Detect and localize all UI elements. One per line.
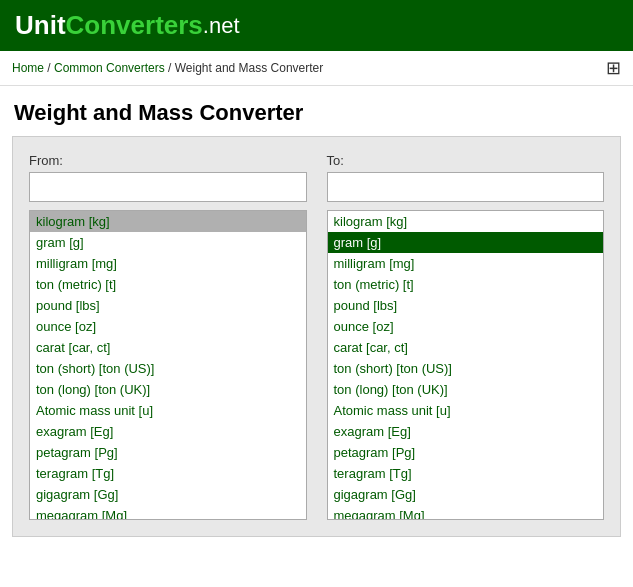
to-input[interactable] — [327, 172, 605, 202]
list-item[interactable]: megagram [Mg] — [328, 505, 604, 520]
list-item[interactable]: kilogram [kg] — [30, 211, 306, 232]
list-item[interactable]: pound [lbs] — [328, 295, 604, 316]
list-item[interactable]: ton (short) [ton (US)] — [328, 358, 604, 379]
calculator-icon: ⊞ — [606, 57, 621, 79]
list-item[interactable]: teragram [Tg] — [30, 463, 306, 484]
list-item[interactable]: petagram [Pg] — [30, 442, 306, 463]
breadcrumb-links: Home / Common Converters / Weight and Ma… — [12, 61, 323, 75]
list-item[interactable]: milligram [mg] — [328, 253, 604, 274]
list-item[interactable]: gigagram [Gg] — [328, 484, 604, 505]
from-column: From: kilogram [kg]gram [g]milligram [mg… — [29, 153, 307, 520]
logo-converters: Converters — [66, 10, 203, 41]
list-item[interactable]: exagram [Eg] — [30, 421, 306, 442]
list-item[interactable]: kilogram [kg] — [328, 211, 604, 232]
page-title-section: Weight and Mass Converter — [0, 86, 633, 136]
converter-row: From: kilogram [kg]gram [g]milligram [mg… — [29, 153, 604, 520]
to-listbox[interactable]: kilogram [kg]gram [g]milligram [mg]ton (… — [327, 210, 605, 520]
list-item[interactable]: gigagram [Gg] — [30, 484, 306, 505]
logo-net: .net — [203, 13, 240, 39]
from-input[interactable] — [29, 172, 307, 202]
converter-section: From: kilogram [kg]gram [g]milligram [mg… — [12, 136, 621, 537]
list-item[interactable]: gram [g] — [30, 232, 306, 253]
to-unit-list[interactable]: kilogram [kg]gram [g]milligram [mg]ton (… — [328, 211, 604, 520]
list-item[interactable]: ton (short) [ton (US)] — [30, 358, 306, 379]
list-item[interactable]: petagram [Pg] — [328, 442, 604, 463]
list-item[interactable]: megagram [Mg] — [30, 505, 306, 520]
list-item[interactable]: ton (long) [ton (UK)] — [30, 379, 306, 400]
list-item[interactable]: ounce [oz] — [30, 316, 306, 337]
from-unit-list[interactable]: kilogram [kg]gram [g]milligram [mg]ton (… — [30, 211, 306, 520]
site-header: UnitConverters.net — [0, 0, 633, 51]
breadcrumb-common[interactable]: Common Converters — [54, 61, 165, 75]
breadcrumb-sep1: / — [44, 61, 54, 75]
to-label: To: — [327, 153, 605, 168]
list-item[interactable]: exagram [Eg] — [328, 421, 604, 442]
list-item[interactable]: carat [car, ct] — [30, 337, 306, 358]
page-title: Weight and Mass Converter — [14, 100, 619, 126]
to-column: To: kilogram [kg]gram [g]milligram [mg]t… — [327, 153, 605, 520]
list-item[interactable]: Atomic mass unit [u] — [30, 400, 306, 421]
list-item[interactable]: ton (long) [ton (UK)] — [328, 379, 604, 400]
list-item[interactable]: ton (metric) [t] — [30, 274, 306, 295]
list-item[interactable]: Atomic mass unit [u] — [328, 400, 604, 421]
breadcrumb-sep2: / — [165, 61, 175, 75]
list-item[interactable]: pound [lbs] — [30, 295, 306, 316]
breadcrumb-home[interactable]: Home — [12, 61, 44, 75]
from-listbox[interactable]: kilogram [kg]gram [g]milligram [mg]ton (… — [29, 210, 307, 520]
breadcrumb-current: Weight and Mass Converter — [175, 61, 324, 75]
list-item[interactable]: ton (metric) [t] — [328, 274, 604, 295]
list-item[interactable]: ounce [oz] — [328, 316, 604, 337]
from-label: From: — [29, 153, 307, 168]
list-item[interactable]: teragram [Tg] — [328, 463, 604, 484]
breadcrumb: Home / Common Converters / Weight and Ma… — [0, 51, 633, 86]
list-item[interactable]: carat [car, ct] — [328, 337, 604, 358]
logo-unit: Unit — [15, 10, 66, 41]
list-item[interactable]: milligram [mg] — [30, 253, 306, 274]
list-item[interactable]: gram [g] — [328, 232, 604, 253]
